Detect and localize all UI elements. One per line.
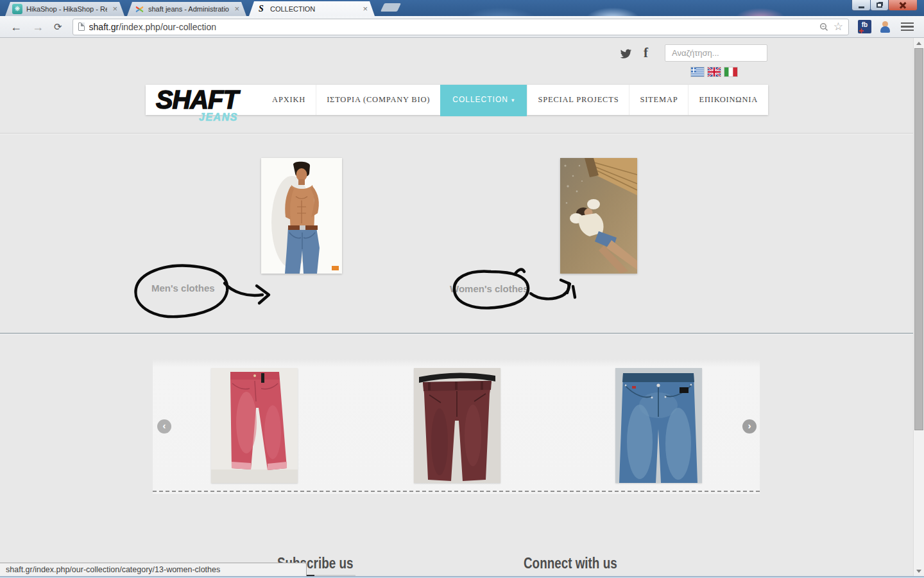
site-header: SHAFT JEANS ΑΡΧΙΚΗ ΙΣΤΟΡΙΑ (COMPANY BIO)… bbox=[146, 85, 768, 115]
bookmark-star-icon[interactable]: ☆ bbox=[834, 21, 843, 32]
tab-hikashop[interactable]: ❋ HikaShop - HikaShop - Re × bbox=[5, 2, 124, 16]
italy-flag[interactable] bbox=[724, 67, 737, 76]
browser-toolbar: ← → ⟳ shaft.gr/index.php/our-collection … bbox=[0, 16, 924, 38]
hand-drawn-annotations bbox=[0, 38, 924, 578]
category-label-men[interactable]: Men's clothes bbox=[151, 283, 215, 293]
next-arrow-icon[interactable]: › bbox=[742, 419, 757, 434]
tab-collection-active[interactable]: S COLLECTION × bbox=[249, 1, 375, 16]
product-image-maroon-pants[interactable] bbox=[414, 368, 501, 483]
nav-sitemap[interactable]: SITEMAP bbox=[629, 85, 688, 115]
nav-contact[interactable]: ΕΠΙΚΟΙΝΩΝΙΑ bbox=[688, 85, 768, 115]
back-button[interactable]: ← bbox=[5, 21, 27, 33]
tab-close-icon[interactable]: × bbox=[111, 4, 119, 13]
product-image-blue-jeans[interactable] bbox=[615, 368, 702, 483]
uk-flag[interactable] bbox=[708, 67, 721, 76]
scrollbar[interactable] bbox=[913, 38, 924, 578]
logo-shaft[interactable]: SHAFT bbox=[156, 85, 238, 115]
fb-extension-icon[interactable]: fb+ bbox=[858, 20, 871, 33]
url-domain: shaft.gr bbox=[89, 22, 119, 32]
tab-title: COLLECTION bbox=[270, 2, 357, 16]
window-controls bbox=[852, 0, 918, 11]
divider bbox=[0, 333, 924, 334]
browser-tab-strip: ❋ HikaShop - HikaShop - Re × shaft jeans… bbox=[0, 0, 924, 16]
logo-jeans: JEANS bbox=[199, 112, 238, 123]
profile-icon[interactable] bbox=[879, 21, 892, 33]
tab-title: HikaShop - HikaShop - Re bbox=[26, 2, 107, 16]
menu-icon[interactable] bbox=[901, 22, 914, 31]
womens-category-image[interactable] bbox=[560, 158, 637, 274]
scroll-down-icon[interactable] bbox=[916, 570, 921, 573]
zoom-search-icon[interactable] bbox=[819, 22, 829, 32]
prev-arrow-icon[interactable]: ‹ bbox=[157, 419, 171, 434]
facebook-icon[interactable]: f bbox=[644, 45, 648, 61]
search-input[interactable] bbox=[665, 44, 767, 62]
status-bar: shaft.gr/index.php/our-collection/catego… bbox=[0, 563, 307, 576]
greek-flag[interactable] bbox=[691, 67, 704, 76]
tab-close-icon[interactable]: × bbox=[233, 4, 241, 13]
tab-close-icon[interactable]: × bbox=[361, 4, 369, 13]
browser-window: ❋ HikaShop - HikaShop - Re × shaft jeans… bbox=[0, 0, 924, 578]
twitter-icon[interactable] bbox=[620, 48, 632, 60]
shaft-favicon: S bbox=[256, 4, 266, 14]
reload-button[interactable]: ⟳ bbox=[49, 22, 67, 31]
fb-badge-plus: + bbox=[859, 27, 864, 35]
category-label-women[interactable]: Women's clothes bbox=[450, 283, 528, 294]
main-nav: ΑΡΧΙΚΗ ΙΣΤΟΡΙΑ (COMPANY BIO) COLLECTION▾… bbox=[262, 85, 768, 115]
chevron-down-icon: ▾ bbox=[511, 97, 515, 103]
close-button[interactable] bbox=[888, 0, 918, 11]
status-url: shaft.gr/index.php/our-collection/catego… bbox=[6, 565, 220, 574]
nav-home[interactable]: ΑΡΧΙΚΗ bbox=[262, 85, 316, 115]
hikashop-icon: ❋ bbox=[12, 4, 22, 14]
forward-button[interactable]: → bbox=[27, 21, 49, 33]
product-carousel: ‹ › bbox=[153, 360, 760, 494]
new-tab-button[interactable] bbox=[381, 3, 401, 12]
divider bbox=[0, 133, 924, 134]
address-bar[interactable]: shaft.gr/index.php/our-collection ☆ bbox=[73, 19, 849, 35]
nav-special-projects[interactable]: SPECIAL PROJECTS bbox=[527, 85, 629, 115]
nav-collection-label: COLLECTION bbox=[452, 95, 508, 104]
url-text[interactable]: shaft.gr/index.php/our-collection bbox=[89, 22, 814, 32]
nav-collection[interactable]: COLLECTION▾ bbox=[440, 85, 527, 116]
scrollbar-thumb[interactable] bbox=[914, 48, 923, 430]
tab-title: shaft jeans - Administratio bbox=[148, 2, 229, 16]
product-image-red-jeans[interactable] bbox=[211, 368, 298, 483]
connect-heading: Connect with us bbox=[524, 555, 617, 572]
scroll-up-icon[interactable] bbox=[916, 42, 921, 45]
tab-joomla-admin[interactable]: shaft jeans - Administratio × bbox=[127, 2, 246, 16]
joomla-icon bbox=[134, 4, 144, 14]
page-icon bbox=[78, 22, 85, 31]
url-path: /index.php/our-collection bbox=[119, 22, 216, 32]
maximize-button[interactable] bbox=[870, 0, 889, 11]
carousel-dashed-divider bbox=[153, 491, 760, 492]
language-switcher bbox=[691, 67, 737, 76]
mens-category-image[interactable] bbox=[261, 158, 342, 274]
nav-history[interactable]: ΙΣΤΟΡΙΑ (COMPANY BIO) bbox=[316, 85, 440, 115]
page-viewport: f bbox=[0, 38, 924, 578]
minimize-button[interactable] bbox=[851, 0, 871, 11]
